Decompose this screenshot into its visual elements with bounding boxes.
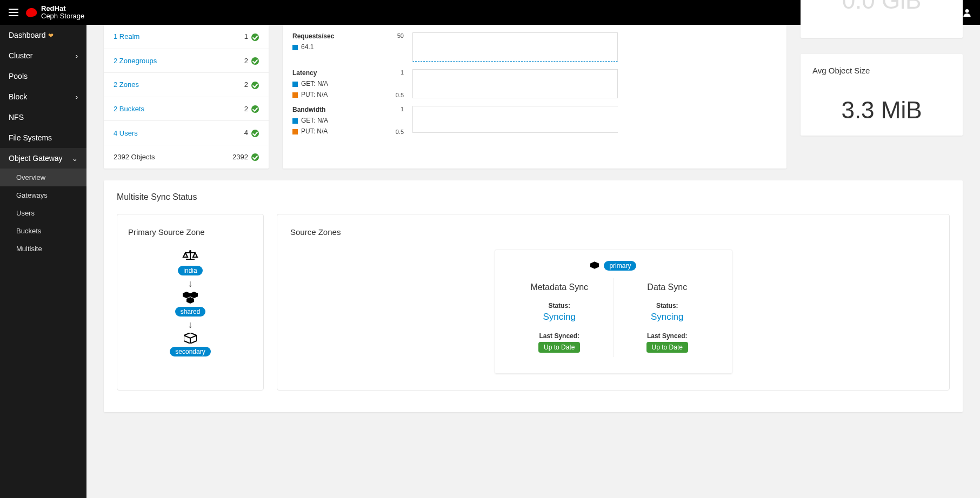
chart-title: Requests/sec xyxy=(292,32,379,40)
chart-plot-area xyxy=(412,32,618,62)
source-zones-card: Source Zones primary Metadata Sync Statu… xyxy=(277,214,950,391)
avg-object-size-card: Avg Object Size 3.3 MiB xyxy=(801,54,963,136)
scales-icon xyxy=(182,250,198,263)
sidebar-item-file-systems[interactable]: File Systems xyxy=(0,127,86,148)
inventory-link[interactable]: 2 Zonegroups xyxy=(114,57,157,65)
sidebar-item-cluster[interactable]: Cluster› xyxy=(0,45,86,66)
svg-point-2 xyxy=(965,9,969,13)
main-content: 1 Realm1 2 Zonegroups2 2 Zones2 2 Bucket… xyxy=(86,25,980,498)
sidebar-sub-buckets[interactable]: Buckets xyxy=(0,222,86,240)
chevron-right-icon: › xyxy=(76,93,78,101)
check-icon xyxy=(251,57,259,65)
multisite-title: Multisite Sync Status xyxy=(117,192,950,202)
check-icon xyxy=(251,105,259,113)
source-zones-title: Source Zones xyxy=(290,227,936,237)
chevron-down-icon: ⌄ xyxy=(72,154,78,163)
y-tick: 1 xyxy=(388,69,404,76)
avg-object-size-title: Avg Object Size xyxy=(812,66,951,75)
inventory-count: 1 xyxy=(244,32,248,41)
svg-point-3 xyxy=(189,250,191,252)
metadata-sync-col: Metadata Sync Status: Syncing Last Synce… xyxy=(506,278,614,357)
inventory-link[interactable]: 1 Realm xyxy=(114,32,139,41)
legend-square-icon xyxy=(292,92,298,98)
legend-item: GET: N/A xyxy=(292,117,379,124)
sidebar-item-object-gateway[interactable]: Object Gateway⌄ xyxy=(0,148,86,169)
brand-logo: RedHatCeph Storage xyxy=(26,5,84,19)
inventory-count: 2392 xyxy=(232,153,248,161)
multisite-sync-card: Multisite Sync Status Primary Source Zon… xyxy=(104,180,963,412)
legend-square-icon xyxy=(292,129,298,134)
sidebar-sub-users[interactable]: Users xyxy=(0,204,86,222)
inventory-link[interactable]: 2 Zones xyxy=(114,80,139,89)
zone-pill: secondary xyxy=(170,347,210,356)
arrow-down-icon: ↓ xyxy=(188,320,193,329)
sidebar-item-dashboard[interactable]: Dashboard❤ xyxy=(0,25,86,45)
check-icon xyxy=(251,153,259,161)
sidebar: Dashboard❤ Cluster› Pools Block› NFS Fil… xyxy=(0,25,86,498)
redhat-hat-icon xyxy=(25,8,37,18)
chart-title: Bandwidth xyxy=(292,106,379,113)
chart-latency: Latency GET: N/A PUT: N/A 10.5 xyxy=(292,62,777,98)
chart-title: Latency xyxy=(292,69,379,77)
inventory-row: 2 Zones2 xyxy=(104,73,269,97)
data-sync-col: Data Sync Status: Syncing Last Synced: U… xyxy=(614,278,721,357)
check-icon xyxy=(251,82,259,89)
inventory-label: 2392 Objects xyxy=(114,153,155,161)
realm-pill: india xyxy=(178,266,202,275)
sidebar-item-nfs[interactable]: NFS xyxy=(0,107,86,127)
sidebar-sub-overview[interactable]: Overview xyxy=(0,169,86,186)
cube-icon xyxy=(184,333,197,344)
inventory-row: 2 Zonegroups2 xyxy=(104,49,269,73)
zonegroup-pill: shared xyxy=(175,307,206,317)
legend-item: 64.1 xyxy=(292,43,379,51)
hamburger-icon[interactable] xyxy=(9,9,18,16)
y-tick: 0.5 xyxy=(388,92,404,98)
last-synced-badge: Up to Date xyxy=(646,342,688,353)
chart-bandwidth: Bandwidth GET: N/A PUT: N/A 10.5 xyxy=(292,98,777,135)
chart-requests: Requests/sec 64.1 50 xyxy=(292,25,777,62)
inventory-count: 2 xyxy=(244,57,248,65)
legend-item: GET: N/A xyxy=(292,80,379,88)
legend-square-icon xyxy=(292,82,298,87)
source-zone-pill: primary xyxy=(604,261,636,271)
avg-object-size-value: 3.3 MiB xyxy=(812,97,951,124)
source-zone-panel: primary Metadata Sync Status: Syncing La… xyxy=(495,250,732,374)
sidebar-sub-multisite[interactable]: Multisite xyxy=(0,240,86,258)
inventory-count: 2 xyxy=(244,105,248,113)
legend-square-icon xyxy=(292,45,298,50)
inventory-row: 2 Buckets2 xyxy=(104,97,269,122)
sidebar-item-pools[interactable]: Pools xyxy=(0,66,86,86)
last-synced-badge: Up to Date xyxy=(538,342,580,353)
check-icon xyxy=(251,33,259,41)
arrow-down-icon: ↓ xyxy=(188,279,193,288)
chevron-right-icon: › xyxy=(76,52,78,60)
sidebar-item-block[interactable]: Block› xyxy=(0,86,86,107)
status-label: Status: xyxy=(509,302,610,309)
inventory-count: 4 xyxy=(244,129,248,137)
chart-plot-area xyxy=(412,69,618,98)
user-icon[interactable] xyxy=(963,8,971,17)
y-tick: 1 xyxy=(388,106,404,112)
inventory-row: 4 Users4 xyxy=(104,121,269,145)
y-tick: 0.5 xyxy=(388,129,404,135)
sidebar-sub-gateways[interactable]: Gateways xyxy=(0,186,86,204)
metadata-sync-title: Metadata Sync xyxy=(509,282,610,292)
status-value: Syncing xyxy=(509,312,610,322)
primary-source-zone-card: Primary Source Zone india ↓ shared ↓ sec… xyxy=(117,214,264,391)
status-value: Syncing xyxy=(617,312,718,322)
inventory-link[interactable]: 2 Buckets xyxy=(114,105,144,113)
inventory-link[interactable]: 4 Users xyxy=(114,129,138,137)
metric-top-card: 0.0 GiB xyxy=(801,0,963,38)
last-synced-label: Last Synced: xyxy=(617,332,718,340)
inventory-count: 2 xyxy=(244,80,248,89)
chart-plot-area xyxy=(412,106,618,133)
performance-card: Requests/sec 64.1 50 Latency GET: N/A PU… xyxy=(283,25,786,169)
legend-item: PUT: N/A xyxy=(292,127,379,135)
inventory-row: 1 Realm1 xyxy=(104,25,269,49)
inventory-card: 1 Realm1 2 Zonegroups2 2 Zones2 2 Bucket… xyxy=(104,25,269,169)
heart-icon: ❤ xyxy=(48,32,54,39)
brand-line2: Ceph Storage xyxy=(41,12,84,20)
status-label: Status: xyxy=(617,302,718,309)
inventory-row: 2392 Objects2392 xyxy=(104,145,269,169)
legend-item: PUT: N/A xyxy=(292,91,379,98)
